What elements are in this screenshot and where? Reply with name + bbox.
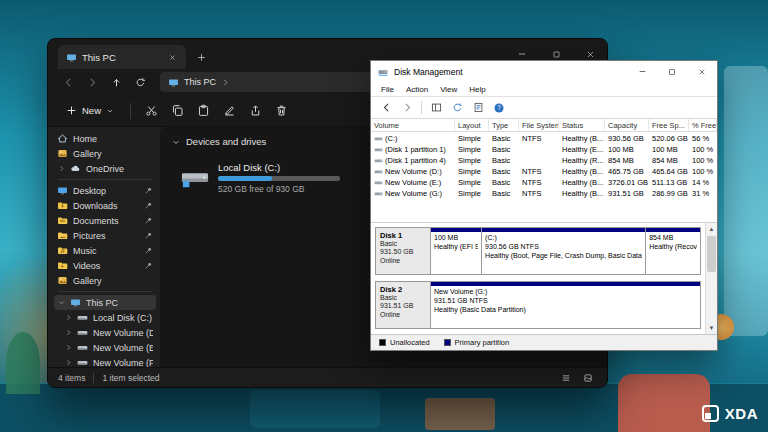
sidebar-item-label: Gallery [73,276,153,286]
up-button[interactable] [106,72,126,92]
large-icons-view-icon[interactable] [579,370,597,385]
properties-icon[interactable] [469,99,487,116]
copy-button[interactable] [165,100,189,122]
disk-state: Online [380,311,426,319]
partition-color-stripe [431,282,700,286]
partition-g[interactable]: New Volume (G:) 931.51 GB NTFS Healthy (… [431,282,700,328]
menu-help[interactable]: Help [463,85,491,94]
menu-view[interactable]: View [434,85,463,94]
sidebar-divider [58,179,152,180]
sidebar-item-local-disk-c[interactable]: Local Disk (C:) [54,310,156,325]
column-header-capacity[interactable]: Capacity [605,119,649,131]
volume-row[interactable]: New Volume (G:) Simple Basic NTFS Health… [371,187,717,198]
menu-file[interactable]: File [375,85,400,94]
xda-logo-icon [702,405,719,422]
drive-icon [77,357,88,367]
drive-tile-info: Local Disk (C:) 520 GB free of 930 GB [218,162,368,194]
back-button[interactable] [58,72,78,92]
drive-usage-fill [218,176,272,181]
details-view-icon[interactable] [557,370,575,385]
chevron-right-icon[interactable] [64,329,72,336]
column-header-file-system[interactable]: File System [519,119,559,131]
volume-row[interactable]: (Disk 1 partition 4) Simple Basic Health… [371,154,717,165]
column-header-status[interactable]: Status [559,119,605,131]
volume-row[interactable]: New Volume (E:) Simple Basic NTFS Health… [371,176,717,187]
column-header-layout[interactable]: Layout [455,119,489,131]
drive-tile-local-disk-c[interactable]: Local Disk (C:) 520 GB free of 930 GB [172,155,377,201]
console-tree-icon[interactable] [427,99,445,116]
sidebar-item-videos[interactable]: Videos [54,258,156,273]
chevron-right-icon[interactable] [57,165,65,172]
wallpaper-plant [6,332,40,394]
status-cell: Healthy (E... [559,143,605,154]
downloads-folder-icon [57,200,68,211]
sidebar-item-gallery[interactable]: Gallery [54,146,156,161]
music-folder-icon [57,245,68,256]
sidebar-item-gallery-2[interactable]: Gallery [54,273,156,288]
back-button[interactable] [377,99,395,116]
layout-cell: Simple [455,187,489,198]
partition-size: 930.56 GB NTFS [485,243,642,252]
layout-cell: Simple [455,143,489,154]
sidebar-item-pictures[interactable]: Pictures [54,228,156,243]
delete-button[interactable] [269,100,293,122]
vertical-scrollbar[interactable]: ▲ ▼ [705,223,717,334]
disk-2-header[interactable]: Disk 2 Basic 931.51 GB Online [375,281,431,329]
scrollbar-thumb[interactable] [707,236,716,272]
refresh-icon[interactable] [448,99,466,116]
partition-name: (C:) [485,234,642,243]
breadcrumb[interactable]: This PC [184,77,216,87]
chevron-right-icon[interactable] [64,314,72,321]
column-header-volume[interactable]: Volume [371,119,455,131]
menu-action[interactable]: Action [400,85,434,94]
sidebar-item-documents[interactable]: Documents [54,213,156,228]
volume-cell: (Disk 1 partition 1) [371,143,455,154]
partition-efi[interactable]: 100 MB Healthy (EFI Syst [431,228,482,274]
desktop: This PC This PC [0,0,768,432]
maximize-button[interactable] [657,61,687,82]
view-toggles [557,370,597,385]
rename-button[interactable] [217,100,241,122]
scroll-down-icon[interactable]: ▼ [706,322,717,334]
new-tab-button[interactable] [190,46,212,68]
close-button[interactable] [687,61,717,82]
forward-button[interactable] [398,99,416,116]
address-bar[interactable]: This PC [160,72,385,92]
chevron-right-icon[interactable] [64,359,72,366]
sidebar-item-new-volume-d[interactable]: New Volume (D:) [54,325,156,340]
sidebar-item-home[interactable]: Home [54,131,156,146]
explorer-tab-this-pc[interactable]: This PC [58,45,186,69]
partition-status: Healthy (Basic Data Partition) [434,306,697,315]
help-icon[interactable]: ? [490,99,508,116]
volume-row[interactable]: New Volume (D:) Simple Basic NTFS Health… [371,165,717,176]
volume-row[interactable]: (C:) Simple Basic NTFS Healthy (B... 930… [371,132,717,143]
sidebar-item-new-volume-f[interactable]: New Volume (F:) [54,355,156,367]
scroll-up-icon[interactable]: ▲ [706,223,717,235]
partition-recovery[interactable]: 854 MB Healthy (Recovery Partiti [646,228,700,274]
sidebar-item-desktop[interactable]: Desktop [54,183,156,198]
disk-1-header[interactable]: Disk 1 Basic 931.50 GB Online [375,227,431,275]
sidebar-item-onedrive[interactable]: OneDrive [54,161,156,176]
column-header-type[interactable]: Type [489,119,519,131]
minimize-button[interactable] [627,61,657,82]
paste-button[interactable] [191,100,215,122]
share-button[interactable] [243,100,267,122]
primary-partition-color-swatch [444,339,451,346]
refresh-button[interactable] [130,72,150,92]
drive-usage-bar [218,176,340,181]
new-button[interactable]: New [58,100,122,122]
chevron-right-icon[interactable] [64,344,72,351]
sidebar-item-music[interactable]: Music [54,243,156,258]
status-cell: Healthy (B... [559,176,605,187]
partition-c[interactable]: (C:) 930.56 GB NTFS Healthy (Boot, Page … [482,228,646,274]
sidebar-item-new-volume-e[interactable]: New Volume (E:) [54,340,156,355]
sidebar-item-this-pc[interactable]: This PC [54,295,156,310]
column-header-free-space[interactable]: Free Sp... [649,119,689,131]
tab-close-icon[interactable] [164,49,180,65]
chevron-down-icon[interactable] [57,299,65,306]
volume-row[interactable]: (Disk 1 partition 1) Simple Basic Health… [371,143,717,154]
column-header-pct-free[interactable]: % Free [689,119,717,131]
sidebar-item-downloads[interactable]: Downloads [54,198,156,213]
forward-button[interactable] [82,72,102,92]
cut-button[interactable] [139,100,163,122]
